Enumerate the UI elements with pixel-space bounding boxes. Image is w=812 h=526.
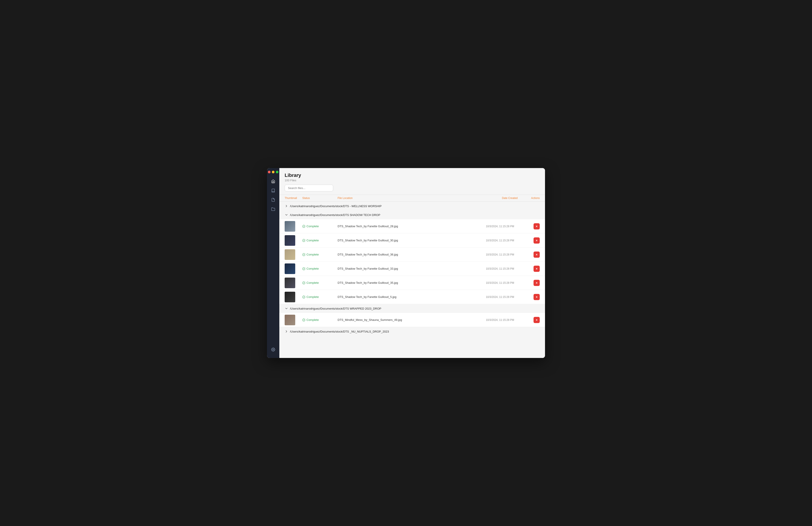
sidebar-item-home[interactable] <box>269 177 277 185</box>
thumbnail-cell-4 <box>285 264 302 274</box>
chevron-right-icon-4 <box>285 330 288 333</box>
sidebar-item-folder[interactable] <box>269 205 277 213</box>
delete-button-7[interactable]: × <box>534 317 540 323</box>
thumbnail-cell-6 <box>285 292 302 302</box>
sidebar-bottom <box>269 345 277 355</box>
status-label-4: Complete <box>306 267 319 270</box>
actions-cell-7: × <box>518 317 540 323</box>
status-label-7: Complete <box>306 318 319 322</box>
folder-icon <box>271 207 275 211</box>
delete-button-6[interactable]: × <box>534 294 540 300</box>
delete-button-3[interactable]: × <box>534 252 540 258</box>
delete-button-5[interactable]: × <box>534 280 540 286</box>
check-circle-icon-4 <box>302 267 305 270</box>
check-circle-icon-2 <box>302 239 305 242</box>
close-button[interactable] <box>268 171 271 173</box>
date-cell-1: 10/3/2024, 11:15:28 PM <box>469 225 518 228</box>
status-label-5: Complete <box>306 281 319 284</box>
status-cell-3: Complete <box>302 253 338 256</box>
date-cell-4: 10/3/2024, 11:15:28 PM <box>469 267 518 270</box>
svg-point-0 <box>273 349 274 350</box>
file-row-1: Complete DTS_Shadow Tech_by Fanette Guil… <box>279 219 545 233</box>
status-label-3: Complete <box>306 253 319 256</box>
status-cell-1: Complete <box>302 225 338 228</box>
group-row-4[interactable]: /Users/katrinarodriguez/Documents/stock/… <box>279 327 545 336</box>
group-path-3: /Users/katrinarodriguez/Documents/stock/… <box>290 307 381 310</box>
sidebar <box>267 168 279 358</box>
date-cell-3: 10/3/2024, 11:15:28 PM <box>469 253 518 256</box>
sidebar-nav <box>269 177 277 345</box>
maximize-button[interactable] <box>276 171 278 173</box>
home-icon <box>271 179 275 183</box>
thumbnail-cell-1 <box>285 221 302 232</box>
group-row-2[interactable]: /Users/katrinarodriguez/Documents/stock/… <box>279 211 545 219</box>
sidebar-item-book[interactable] <box>269 187 277 195</box>
file-name-3: DTS_Shadow Tech_by Fanette Guilloud_36.j… <box>338 253 469 256</box>
chevron-right-icon <box>285 204 288 208</box>
table-header: Thumbnail Status File Location Date Crea… <box>279 195 545 202</box>
file-row-2: Complete DTS_Shadow Tech_by Fanette Guil… <box>279 233 545 247</box>
file-name-4: DTS_Shadow Tech_by Fanette Guilloud_33.j… <box>338 267 469 270</box>
date-cell-6: 10/3/2024, 11:15:28 PM <box>469 296 518 299</box>
book-icon <box>271 188 275 193</box>
status-label-2: Complete <box>306 239 319 242</box>
sidebar-item-settings[interactable] <box>269 345 277 354</box>
actions-cell-2: × <box>518 237 540 244</box>
file-name-1: DTS_Shadow Tech_by Fanette Guilloud_28.j… <box>338 225 469 228</box>
group-path-2: /Users/katrinarodriguez/Documents/stock/… <box>290 213 380 217</box>
thumbnail-cell-7 <box>285 315 302 325</box>
status-cell-2: Complete <box>302 239 338 242</box>
delete-button-2[interactable]: × <box>534 237 540 244</box>
thumbnail-1 <box>285 221 295 232</box>
date-cell-2: 10/3/2024, 11:15:28 PM <box>469 239 518 242</box>
group-row-3[interactable]: /Users/katrinarodriguez/Documents/stock/… <box>279 304 545 313</box>
delete-button-1[interactable]: × <box>534 223 540 229</box>
sidebar-item-file[interactable] <box>269 196 277 204</box>
file-name-6: DTS_Shadow Tech_by Fanette Guilloud_5.jp… <box>338 295 469 299</box>
thumbnail-cell-3 <box>285 249 302 260</box>
titlebar: Library 100 Files <box>279 168 545 195</box>
gear-icon <box>271 347 275 352</box>
group-path-1: /Users/katrinarodriguez/Documents/stock/… <box>290 204 381 208</box>
actions-cell-5: × <box>518 280 540 286</box>
search-bar-container <box>285 185 540 191</box>
file-row-6: Complete DTS_Shadow Tech_by Fanette Guil… <box>279 290 545 304</box>
traffic-lights <box>268 171 278 173</box>
file-name-7: DTS_Mindful_Mess_by_Shauna_Summers_49.jp… <box>338 318 469 322</box>
thumbnail-7 <box>285 315 295 325</box>
thumbnail-5 <box>285 278 295 288</box>
delete-button-4[interactable]: × <box>534 266 540 272</box>
file-row-4: Complete DTS_Shadow Tech_by Fanette Guil… <box>279 262 545 276</box>
file-count: 100 Files <box>285 179 540 182</box>
app-window: Library 100 Files Thumbnail Status File … <box>267 168 545 358</box>
col-date-created: Date Created <box>469 197 518 200</box>
status-label-6: Complete <box>306 295 319 299</box>
thumbnail-cell-2 <box>285 235 302 246</box>
content-area: /Users/katrinarodriguez/Documents/stock/… <box>279 202 545 358</box>
check-circle-icon-7 <box>302 318 305 322</box>
status-cell-6: Complete <box>302 295 338 299</box>
col-actions: Actions <box>518 197 540 200</box>
file-icon <box>271 198 275 202</box>
search-input[interactable] <box>285 185 333 191</box>
file-row-3: Complete DTS_Shadow Tech_by Fanette Guil… <box>279 247 545 262</box>
check-circle-icon-6 <box>302 296 305 299</box>
thumbnail-6 <box>285 292 295 302</box>
page-title: Library <box>285 172 540 178</box>
file-row-7: Complete DTS_Mindful_Mess_by_Shauna_Summ… <box>279 313 545 327</box>
file-name-2: DTS_Shadow Tech_by Fanette Guilloud_30.j… <box>338 239 469 242</box>
check-circle-icon-3 <box>302 253 305 256</box>
thumbnail-2 <box>285 235 295 246</box>
status-cell-7: Complete <box>302 318 338 322</box>
col-file-location: File Location <box>338 197 469 200</box>
main-content: Library 100 Files Thumbnail Status File … <box>279 168 545 358</box>
group-path-4: /Users/katrinarodriguez/Documents/stock/… <box>290 330 389 333</box>
group-row-1[interactable]: /Users/katrinarodriguez/Documents/stock/… <box>279 202 545 211</box>
actions-cell-6: × <box>518 294 540 300</box>
minimize-button[interactable] <box>272 171 275 173</box>
actions-cell-1: × <box>518 223 540 229</box>
col-thumbnail: Thumbnail <box>285 197 302 200</box>
chevron-down-icon-3 <box>285 307 288 310</box>
actions-cell-3: × <box>518 252 540 258</box>
col-status: Status <box>302 197 338 200</box>
